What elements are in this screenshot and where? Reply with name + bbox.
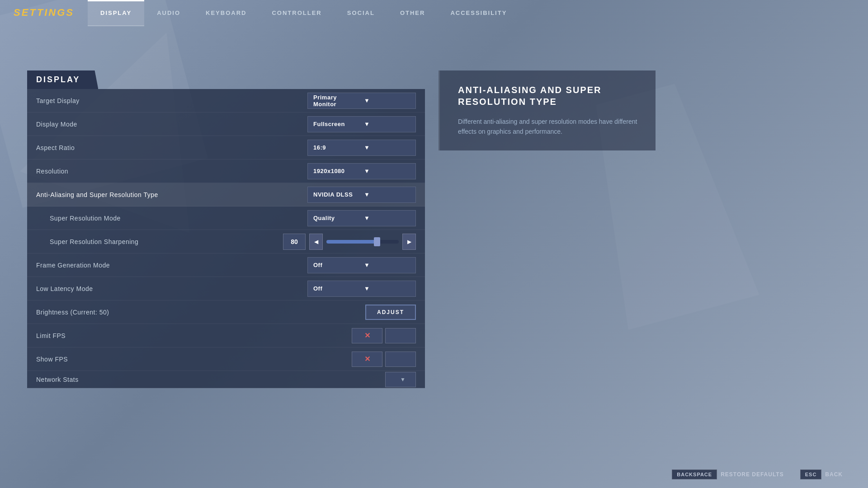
toggle-off-limit-fps[interactable]: ✕ (352, 328, 382, 343)
chevron-down-icon: ▼ (364, 97, 410, 104)
toggle-secondary-show-fps[interactable] (385, 352, 416, 367)
label-aa-type: Anti-Aliasing and Super Resolution Type (36, 191, 307, 198)
chevron-down-icon: ▼ (364, 285, 410, 292)
toggle-off-network-stats[interactable]: ▼ (385, 372, 416, 387)
setting-row-show-fps: Show FPS ✕ (27, 347, 425, 371)
info-description: Different anti-aliasing and super resolu… (458, 117, 637, 137)
settings-panel: DISPLAY Target Display Primary Monitor ▼… (27, 70, 425, 388)
x-icon: ✕ (364, 355, 370, 363)
info-panel: ANTI-ALIASING AND SUPER RESOLUTION TYPE … (439, 70, 656, 150)
label-resolution: Resolution (36, 168, 307, 175)
label-aspect-ratio: Aspect Ratio (36, 144, 307, 151)
dropdown-target-display[interactable]: Primary Monitor ▼ (307, 93, 416, 109)
label-network-stats: Network Stats (36, 376, 385, 383)
toggle-limit-fps: ✕ (352, 328, 416, 343)
top-navigation: SETTINGS DISPLAY AUDIO KEYBOARD CONTROLL… (0, 0, 868, 25)
settings-list: Target Display Primary Monitor ▼ Display… (27, 89, 425, 388)
back-label: BACK (825, 471, 843, 478)
app-title: SETTINGS (0, 0, 88, 25)
dropdown-low-latency[interactable]: Off ▼ (307, 281, 416, 297)
setting-row-frame-gen: Frame Generation Mode Off ▼ (27, 253, 425, 277)
chevron-down-icon: ▼ (400, 376, 406, 383)
setting-row-super-res-mode: Super Resolution Mode Quality ▼ (27, 206, 425, 230)
setting-row-network-stats: Network Stats ▼ (27, 371, 425, 388)
backspace-key-label: BACKSPACE (672, 469, 717, 479)
label-super-res-mode: Super Resolution Mode (50, 215, 307, 222)
dropdown-aa-type[interactable]: NVIDIA DLSS ▼ (307, 187, 416, 203)
toggle-network-stats: ▼ (385, 372, 416, 387)
x-icon: ✕ (364, 331, 370, 340)
main-content: DISPLAY Target Display Primary Monitor ▼… (0, 25, 868, 488)
dropdown-aspect-ratio[interactable]: 16:9 ▼ (307, 140, 416, 156)
chevron-down-icon: ▼ (364, 191, 410, 198)
label-limit-fps: Limit FPS (36, 332, 352, 339)
tab-accessibility[interactable]: ACCESSIBILITY (438, 0, 519, 25)
tab-audio[interactable]: AUDIO (144, 0, 193, 25)
tab-keyboard[interactable]: KEYBOARD (193, 0, 259, 25)
chevron-down-icon: ▼ (364, 215, 410, 221)
chevron-down-icon: ▼ (364, 121, 410, 127)
setting-row-low-latency: Low Latency Mode Off ▼ (27, 277, 425, 300)
slider-thumb[interactable] (374, 237, 380, 246)
restore-defaults-label: RESTORE DEFAULTS (721, 471, 784, 478)
slider-track-sharpening[interactable] (326, 240, 399, 244)
label-display-mode: Display Mode (36, 121, 307, 128)
label-brightness: Brightness (Current: 50) (36, 309, 365, 316)
setting-row-limit-fps: Limit FPS ✕ (27, 324, 425, 347)
slider-value-sharpening: 80 (283, 234, 306, 250)
slider-container-sharpening: 80 ◀ ▶ (283, 234, 416, 250)
setting-row-resolution: Resolution 868x488 ▼ (27, 160, 425, 183)
tab-display[interactable]: DISPLAY (88, 0, 144, 25)
back-button[interactable]: ESC BACK (793, 466, 850, 483)
toggle-show-fps: ✕ (352, 352, 416, 367)
dropdown-super-res-mode[interactable]: Quality ▼ (307, 210, 416, 226)
tab-controller[interactable]: CONTROLLER (259, 0, 334, 25)
tab-social[interactable]: SOCIAL (335, 0, 387, 25)
label-target-display: Target Display (36, 97, 307, 104)
chevron-down-icon: ▼ (364, 168, 410, 174)
dropdown-display-mode[interactable]: Fullscreen ▼ (307, 116, 416, 132)
dropdown-resolution[interactable]: 868x488 ▼ (307, 163, 416, 179)
panel-title: DISPLAY (27, 70, 98, 89)
setting-row-aspect-ratio: Aspect Ratio 16:9 ▼ (27, 136, 425, 160)
adjust-button[interactable]: BACKSPACE ADJUST (365, 305, 416, 320)
setting-row-super-res-sharpening: Super Resolution Sharpening 80 ◀ ▶ (27, 230, 425, 253)
chevron-down-icon: ▼ (364, 262, 410, 268)
slider-decrement-button[interactable]: ◀ (309, 234, 323, 250)
label-frame-gen: Frame Generation Mode (36, 262, 307, 269)
toggle-secondary-limit-fps[interactable] (385, 328, 416, 343)
slider-increment-button[interactable]: ▶ (402, 234, 416, 250)
label-super-res-sharpening: Super Resolution Sharpening (50, 238, 283, 245)
setting-row-display-mode: Display Mode Fullscreen ▼ (27, 113, 425, 136)
slider-fill (326, 240, 377, 244)
dropdown-frame-gen[interactable]: Off ▼ (307, 257, 416, 273)
info-title: ANTI-ALIASING AND SUPER RESOLUTION TYPE (458, 84, 637, 108)
label-low-latency: Low Latency Mode (36, 285, 307, 292)
esc-key-label: ESC (800, 469, 822, 479)
toggle-off-show-fps[interactable]: ✕ (352, 352, 382, 367)
setting-row-brightness: Brightness (Current: 50) BACKSPACE ADJUS… (27, 300, 425, 324)
tab-other[interactable]: OTHER (387, 0, 438, 25)
label-show-fps: Show FPS (36, 356, 352, 363)
setting-row-target-display: Target Display Primary Monitor ▼ (27, 89, 425, 113)
nav-tabs: DISPLAY AUDIO KEYBOARD CONTROLLER SOCIAL… (88, 0, 519, 25)
restore-defaults-button[interactable]: BACKSPACE RESTORE DEFAULTS (665, 466, 791, 483)
bottom-bar: BACKSPACE RESTORE DEFAULTS ESC BACK (0, 461, 868, 488)
chevron-down-icon: ▼ (364, 144, 410, 151)
setting-row-aa-type: Anti-Aliasing and Super Resolution Type … (27, 183, 425, 206)
